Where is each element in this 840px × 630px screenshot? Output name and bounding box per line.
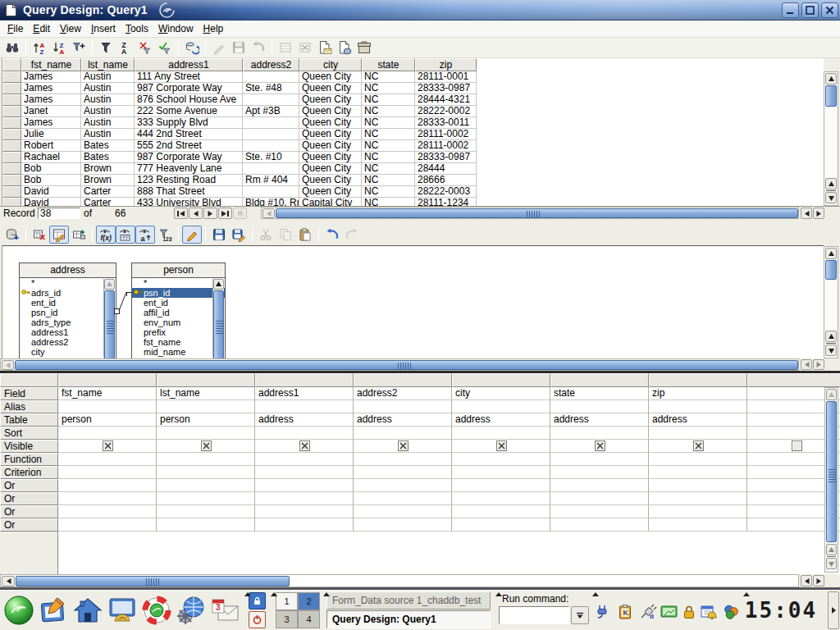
table-cell[interactable]: 123 Resting Road: [135, 175, 243, 186]
colors-tray-icon[interactable]: [723, 604, 741, 622]
table-vscrollbar[interactable]: [824, 71, 838, 206]
table-cell[interactable]: NC: [362, 186, 415, 198]
table-name-button[interactable]: [116, 226, 135, 244]
grid-cell[interactable]: address: [649, 413, 747, 427]
table-cell[interactable]: Apt #3B: [243, 106, 299, 117]
functions-button[interactable]: f(x): [96, 226, 116, 244]
grid-row-label[interactable]: Or: [0, 518, 58, 532]
table-cell[interactable]: Austin: [81, 129, 135, 140]
grid-cell[interactable]: [550, 479, 649, 492]
copy-button[interactable]: [276, 226, 295, 244]
table-cell[interactable]: 28222-0002: [415, 106, 477, 117]
table-cell[interactable]: NC: [362, 94, 415, 106]
run-query-button[interactable]: [2, 226, 22, 244]
table-cell[interactable]: 111 Any Street: [135, 71, 243, 83]
distinct-values-button[interactable]: 123!: [155, 226, 175, 244]
table-cell[interactable]: NC: [362, 140, 415, 152]
grid-cell[interactable]: [649, 479, 747, 492]
table-cell[interactable]: NC: [362, 198, 415, 206]
grid-cell[interactable]: [452, 400, 550, 413]
grid-row-label[interactable]: Function: [0, 453, 58, 466]
grid-column-header[interactable]: [157, 373, 255, 387]
column-header-address1[interactable]: address1: [135, 58, 243, 71]
scroll-up-icon[interactable]: [826, 389, 837, 400]
task-button[interactable]: Form_Data source 1_chaddb_test: [326, 591, 491, 609]
suse-help-icon[interactable]: [139, 593, 173, 628]
visible-checkbox[interactable]: [103, 441, 113, 451]
grid-column-header[interactable]: [550, 373, 649, 387]
table-cell[interactable]: 28111-1234: [415, 198, 477, 206]
grid-hscroll-thumb[interactable]: [16, 576, 290, 587]
grid-cell[interactable]: [255, 466, 354, 479]
column-header-city[interactable]: city: [299, 58, 362, 71]
table-cell[interactable]: 876 School House Ave: [135, 94, 243, 106]
column-header-lst_name[interactable]: lst_name: [81, 58, 135, 71]
grid-cell[interactable]: [452, 505, 550, 518]
table-cell[interactable]: Austin: [81, 71, 135, 83]
row-header[interactable]: [2, 163, 21, 175]
delete-rows-button[interactable]: [295, 39, 315, 57]
table-cell[interactable]: Rachael: [21, 152, 81, 163]
sort-ascending-button[interactable]: AZ: [30, 39, 49, 57]
table-cell[interactable]: 987 Corporate Way: [135, 83, 243, 94]
table-cell[interactable]: NC: [362, 106, 415, 117]
grid-cell[interactable]: [550, 505, 649, 518]
table-cell[interactable]: 987 Corporate Way: [135, 152, 243, 163]
grid-cell[interactable]: [157, 492, 255, 505]
grid-cell[interactable]: address: [550, 413, 649, 427]
scroll-up-icon[interactable]: [826, 544, 837, 555]
grid-cell[interactable]: address: [255, 413, 354, 427]
column-header-zip[interactable]: zip: [415, 58, 477, 71]
save-record-button[interactable]: [229, 39, 249, 57]
grid-cell[interactable]: [255, 400, 354, 413]
menu-edit[interactable]: Edit: [28, 21, 55, 36]
table-cell[interactable]: Queen City: [299, 71, 362, 83]
table-cell[interactable]: Carter: [81, 198, 135, 206]
grid-cell[interactable]: [452, 453, 550, 466]
lock-session-button[interactable]: [249, 592, 266, 609]
applet-handle[interactable]: [743, 592, 750, 596]
table-cell[interactable]: Queen City: [299, 129, 362, 140]
grid-cell[interactable]: [354, 518, 452, 532]
table-cell[interactable]: [243, 140, 299, 152]
maximize-button[interactable]: [801, 2, 819, 18]
pager-desktop-2[interactable]: 2: [298, 592, 320, 610]
row-header[interactable]: [2, 175, 21, 186]
grid-row-label[interactable]: Alias: [0, 400, 58, 413]
remove-filter-button[interactable]: [135, 39, 155, 57]
grid-cell[interactable]: [58, 427, 157, 440]
table-cell[interactable]: [243, 186, 299, 198]
edit-document-button[interactable]: [229, 226, 249, 244]
grid-hscrollbar[interactable]: [0, 574, 799, 587]
table-cell[interactable]: 28444: [415, 163, 477, 175]
grid-cell[interactable]: [157, 479, 255, 492]
grid-cell[interactable]: [354, 492, 452, 505]
table-cell[interactable]: 28111-0002: [415, 129, 477, 140]
table-cell[interactable]: Queen City: [299, 106, 362, 117]
table-cell[interactable]: NC: [362, 117, 415, 129]
grid-vscrollbar[interactable]: [824, 387, 838, 573]
column-header-address2[interactable]: address2: [243, 58, 299, 71]
scroll-left-icon[interactable]: [801, 208, 812, 219]
grid-cell[interactable]: [157, 505, 255, 518]
grid-cell[interactable]: [452, 518, 550, 532]
table-cell[interactable]: 28222-0003: [415, 186, 477, 198]
grid-cell[interactable]: [452, 466, 550, 479]
insert-rows-button[interactable]: [276, 39, 295, 57]
scroll-left-icon[interactable]: [801, 575, 812, 587]
table-cell[interactable]: 888 That Street: [135, 186, 243, 198]
table-cell[interactable]: David: [21, 198, 81, 206]
table-cell[interactable]: Bob: [21, 175, 81, 186]
run-command-dropdown-button[interactable]: [571, 606, 589, 624]
visible-checkbox[interactable]: [496, 441, 507, 451]
table-cell[interactable]: James: [21, 71, 81, 83]
scroll-down-icon[interactable]: [826, 558, 837, 569]
table-cell[interactable]: James: [21, 117, 81, 129]
undo-data-button[interactable]: [249, 39, 268, 57]
table-cell[interactable]: NC: [362, 83, 415, 94]
grid-cell[interactable]: [550, 400, 649, 413]
redo-button[interactable]: [342, 226, 362, 244]
applet-handle[interactable]: [323, 592, 330, 596]
grid-cell[interactable]: [649, 427, 747, 440]
visible-checkbox[interactable]: [398, 441, 409, 451]
